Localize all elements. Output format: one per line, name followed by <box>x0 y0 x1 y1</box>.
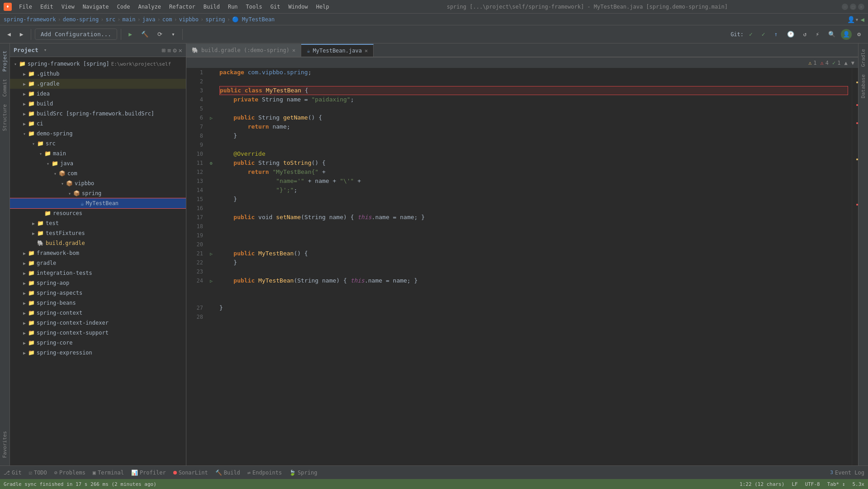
tree-mytestbean[interactable]: ☕ MyTestBean <box>10 198 186 208</box>
tree-build[interactable]: ▶ 📁 build <box>10 99 186 109</box>
scope-button[interactable]: ⊞ <box>161 47 165 54</box>
menu-build[interactable]: Build <box>200 3 223 11</box>
more-run-options[interactable]: ▾ <box>168 29 179 39</box>
tree-resources[interactable]: 📁 resources <box>10 208 186 218</box>
menu-edit[interactable]: Edit <box>37 3 57 11</box>
gutter-run-24[interactable]: ▷ <box>210 278 213 283</box>
tree-idea[interactable]: ▶ 📁 idea <box>10 89 186 99</box>
breadcrumb-vipbbo[interactable]: vipbbo <box>179 16 199 23</box>
menu-tools[interactable]: Tools <box>242 3 266 11</box>
autoscroll-button[interactable]: ⚙ <box>173 47 176 54</box>
breadcrumb-com[interactable]: com <box>162 16 172 23</box>
build-button[interactable]: 🔨 <box>138 29 152 39</box>
collapse-button[interactable]: ▼ <box>851 60 854 66</box>
event-log-count[interactable]: 3 <box>830 470 833 475</box>
close-button[interactable]: ✕ <box>858 4 864 10</box>
menu-file[interactable]: File <box>15 3 36 11</box>
sidebar-item-structure[interactable]: Structure <box>1 101 9 135</box>
tree-spring-context[interactable]: ▶ 📁 spring-context <box>10 308 186 318</box>
people-icon[interactable]: 👤▾ <box>847 16 859 23</box>
tree-java[interactable]: ▾ 📁 java <box>10 158 186 168</box>
tab-build-gradle[interactable]: 🐘 build.gradle (:demo-spring) ✕ <box>186 44 301 57</box>
breadcrumb-src[interactable]: src <box>106 16 116 23</box>
tree-vipbbo[interactable]: ▾ 📦 vipbbo <box>10 178 186 188</box>
menu-window[interactable]: Window <box>285 3 311 11</box>
back-button[interactable]: ◀ <box>4 29 14 39</box>
bottom-spring[interactable]: 🍃 Spring <box>289 470 317 476</box>
tree-github[interactable]: ▶ 📁 .github <box>10 69 186 79</box>
code-editor[interactable]: 1 2 3 4 5 6 7 8 9 10 11 12 13 14 15 16 1… <box>186 68 858 465</box>
close-panel-button[interactable]: ✕ <box>179 47 182 54</box>
menu-run[interactable]: Run <box>224 3 242 11</box>
tree-spring-aop[interactable]: ▶ 📁 spring-aop <box>10 278 186 288</box>
menu-navigate[interactable]: Navigate <box>79 3 113 11</box>
tree-framework-bom[interactable]: ▶ 📁 framework-bom <box>10 248 186 258</box>
bottom-profiler[interactable]: 📊 Profiler <box>131 470 166 476</box>
tree-com[interactable]: ▾ 📦 com <box>10 168 186 178</box>
tree-test[interactable]: ▶ 📁 test <box>10 218 186 228</box>
tree-spring-core[interactable]: ▶ 📁 spring-core <box>10 338 186 348</box>
forward-button[interactable]: ▶ <box>16 29 27 39</box>
warning-badge[interactable]: ⚠ 1 <box>808 60 816 66</box>
bottom-git[interactable]: ⎇ Git <box>4 470 22 476</box>
tree-spring-context-indexer[interactable]: ▶ 📁 spring-context-indexer <box>10 318 186 328</box>
ok-badge[interactable]: ✓ 1 <box>832 60 840 66</box>
minimize-button[interactable]: — <box>842 4 848 10</box>
add-configuration-button[interactable]: Add Configuration... <box>35 29 118 40</box>
git-translate-button[interactable]: ⚡ <box>812 29 823 39</box>
tree-gradle-dot[interactable]: ▶ 📁 .gradle <box>10 79 186 89</box>
tree-root[interactable]: ▾ 📁 spring-framework [spring] E:\work\pr… <box>10 59 186 69</box>
bottom-sonarlint[interactable]: SonarLint <box>173 470 208 476</box>
menu-code[interactable]: Code <box>114 3 134 11</box>
gutter-run-6[interactable]: ▷ <box>210 115 213 120</box>
git-history-button[interactable]: 🕐 <box>783 29 798 39</box>
breadcrumb-demo-spring[interactable]: demo-spring <box>63 16 99 23</box>
breadcrumb-spring[interactable]: spring <box>205 16 225 23</box>
tree-spring-expression[interactable]: ▶ 📁 spring-expression <box>10 348 186 358</box>
tree-build-gradle[interactable]: 🐘 build.gradle <box>10 238 186 248</box>
tree-spring-beans[interactable]: ▶ 📁 spring-beans <box>10 298 186 308</box>
breadcrumb-main[interactable]: main <box>122 16 135 23</box>
reload-button[interactable]: ⟳ <box>154 29 166 39</box>
bottom-endpoints[interactable]: ⇌ Endpoints <box>247 470 282 476</box>
tab-mytestbean[interactable]: ☕ MyTestBean.java ✕ <box>301 44 374 57</box>
menu-help[interactable]: Help <box>313 3 333 11</box>
breadcrumb-spring-framework[interactable]: spring-framework <box>4 16 56 23</box>
expand-button[interactable]: ▲ <box>844 60 848 66</box>
menu-view[interactable]: View <box>58 3 78 11</box>
settings-button[interactable]: ⚙ <box>854 29 864 39</box>
tree-ci[interactable]: ▶ 📁 ci <box>10 119 186 129</box>
run-button[interactable]: ▶ <box>125 29 136 39</box>
sidebar-item-project[interactable]: Project <box>1 47 9 75</box>
breadcrumb-java[interactable]: java <box>142 16 156 23</box>
tree-gradle[interactable]: ▶ 📁 gradle <box>10 258 186 268</box>
right-tab-gradle[interactable]: Gradle <box>859 45 867 71</box>
encoding[interactable]: UTF-8 <box>805 481 820 487</box>
tree-integration-tests[interactable]: ▶ 📁 integration-tests <box>10 268 186 278</box>
right-tab-database[interactable]: Database <box>859 71 867 102</box>
line-ending[interactable]: LF <box>792 481 797 487</box>
cursor-position[interactable]: 1:22 (12 chars) <box>740 481 784 487</box>
git-push-button[interactable]: ✓ <box>758 29 769 39</box>
tree-buildsrc[interactable]: ▶ 📁 buildSrc [spring-framework.buildSrc] <box>10 109 186 119</box>
bottom-problems[interactable]: ⊘ Problems <box>54 470 85 476</box>
breadcrumb-file[interactable]: 🔵 MyTestBean <box>232 16 275 23</box>
sidebar-item-commit[interactable]: Commit <box>1 75 9 101</box>
bottom-terminal[interactable]: ▣ Terminal <box>93 470 124 476</box>
gutter-run-21[interactable]: ▷ <box>210 251 213 256</box>
event-log-button[interactable]: Event Log <box>835 470 864 476</box>
maximize-button[interactable]: □ <box>850 4 856 10</box>
tree-testfixtures[interactable]: ▶ 📁 testFixtures <box>10 228 186 238</box>
indent[interactable]: Tab* ↕ <box>827 481 845 487</box>
code-content[interactable]: package com.vipbbo.spring; public class … <box>216 68 852 465</box>
git-commit-button[interactable]: ✓ <box>745 29 756 39</box>
tree-spring-context-support[interactable]: ▶ 📁 spring-context-support <box>10 328 186 338</box>
tree-spring-aspects[interactable]: ▶ 📁 spring-aspects <box>10 288 186 298</box>
menu-analyze[interactable]: Analyze <box>134 3 165 11</box>
sidebar-item-favorites[interactable]: Favorites <box>1 427 9 462</box>
collapse-all-button[interactable]: ≡ <box>167 47 171 54</box>
tree-main[interactable]: ▾ 📁 main <box>10 149 186 158</box>
error-badge[interactable]: ⚠ 4 <box>821 60 829 66</box>
git-rollback-button[interactable]: ↺ <box>800 29 811 39</box>
zoom-level[interactable]: 5.3x <box>853 481 865 487</box>
